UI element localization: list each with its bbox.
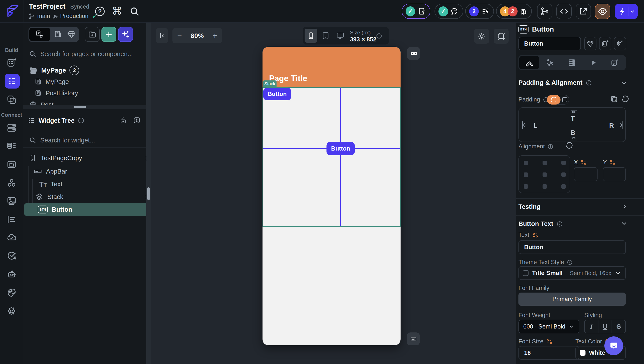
rail-item-data-types[interactable] xyxy=(6,140,17,151)
tab-test[interactable] xyxy=(583,56,604,69)
rail-item-settings[interactable] xyxy=(6,306,17,317)
padding-left-field[interactable]: L xyxy=(533,122,537,129)
tab-pages-selected[interactable] xyxy=(29,28,50,41)
stack-widget[interactable] xyxy=(262,87,400,227)
align-dot-mc[interactable] xyxy=(542,172,547,177)
padding-copy-button[interactable]: C xyxy=(610,95,618,103)
variable-icon-text[interactable] xyxy=(532,232,538,238)
padding-top-field[interactable]: T xyxy=(571,115,575,122)
align-dot-tc[interactable] xyxy=(542,161,547,165)
rail-item-ai-agents[interactable] xyxy=(6,269,17,280)
optimizations-button[interactable]: 2 xyxy=(465,4,494,19)
run-button[interactable] xyxy=(615,4,638,19)
flutterflow-logo[interactable] xyxy=(6,4,20,18)
rail-item-localization[interactable] xyxy=(6,214,17,224)
page-row-mypage[interactable]: MyPage xyxy=(34,78,69,86)
align-dot-tl[interactable] xyxy=(524,161,528,165)
environment-name[interactable]: Production xyxy=(60,13,88,20)
section-testing[interactable]: Testing xyxy=(518,203,540,210)
rail-item-storage[interactable] xyxy=(6,159,17,170)
tab-backend[interactable] xyxy=(562,56,582,69)
rail-item-widget-tree-selected[interactable] xyxy=(5,74,20,88)
padding-mode-separate[interactable] xyxy=(547,95,560,104)
align-dot-ml[interactable] xyxy=(524,172,528,177)
variable-icon-x[interactable] xyxy=(580,160,587,165)
tree-row-appbar[interactable]: AppBar xyxy=(34,167,67,176)
padding-bottom-field[interactable]: B xyxy=(570,129,576,136)
left-panel-scrollbar[interactable] xyxy=(146,22,151,364)
rail-item-database[interactable] xyxy=(6,122,17,133)
tree-row-testpagecopy[interactable]: TestPageCopy xyxy=(29,154,82,162)
rail-item-page-add[interactable] xyxy=(6,58,17,68)
rail-item-media[interactable] xyxy=(6,196,17,206)
expand-collapse-button[interactable] xyxy=(133,116,141,124)
ai-generate-button[interactable] xyxy=(118,27,133,42)
device-tablet[interactable] xyxy=(319,29,332,43)
issues-button[interactable]: 4 2 xyxy=(496,4,532,19)
alignment-grid[interactable] xyxy=(518,155,570,193)
rail-item-theme[interactable] xyxy=(6,288,17,298)
add-page-button[interactable] xyxy=(102,27,116,42)
align-dot-mr[interactable] xyxy=(562,172,566,177)
page-row-posthistory[interactable]: PostHistory xyxy=(34,89,78,97)
panel-resize-handle[interactable] xyxy=(23,105,151,109)
padding-right-field[interactable]: R xyxy=(609,122,614,129)
collapse-panel-button[interactable] xyxy=(156,28,168,44)
text-style-dropdown[interactable]: Title Small Semi Bold, 16px xyxy=(518,266,626,280)
folder-row-mypage[interactable]: MyPage 2 xyxy=(29,66,79,75)
rail-item-cloud[interactable] xyxy=(6,232,17,242)
font-weight-dropdown[interactable]: 600 - Semi Bold xyxy=(518,320,579,333)
chat-bubble-button[interactable] xyxy=(604,336,623,355)
add-folder-button[interactable] xyxy=(85,27,100,42)
project-title[interactable]: TestProject xyxy=(29,3,66,10)
rail-item-apis[interactable] xyxy=(6,178,17,188)
canvas-button-center[interactable]: Button xyxy=(326,142,355,155)
tree-row-button-selected[interactable]: BTN Button xyxy=(24,203,151,216)
font-family-button[interactable]: Primary Family xyxy=(518,292,626,306)
help-button[interactable]: ? xyxy=(94,6,106,17)
canvas-button-top[interactable]: Button xyxy=(264,88,291,100)
theme-widget-button[interactable] xyxy=(584,37,596,50)
underline-button[interactable]: U xyxy=(598,323,612,330)
padding-reset-button[interactable] xyxy=(621,95,629,103)
button-text-chevron[interactable] xyxy=(620,220,628,227)
branch-manager-button[interactable] xyxy=(537,4,552,19)
tab-page-copies[interactable] xyxy=(51,28,64,41)
tab-actions[interactable] xyxy=(540,56,561,69)
tree-row-stack[interactable]: Stack xyxy=(35,193,63,201)
zoom-in-button[interactable]: + xyxy=(212,31,217,40)
lock-widget-button[interactable] xyxy=(119,116,127,124)
alignment-reset-button[interactable] xyxy=(565,141,573,150)
theme-mode-button[interactable] xyxy=(474,29,489,44)
device-phone-selected[interactable] xyxy=(304,29,317,43)
preview-button[interactable] xyxy=(595,4,610,19)
navbar-toggle-button[interactable] xyxy=(407,332,420,345)
device-desktop[interactable] xyxy=(334,29,347,43)
align-x-input[interactable] xyxy=(574,167,598,181)
font-size-input[interactable]: 16 xyxy=(518,346,579,360)
button-text-input[interactable]: Button xyxy=(518,240,626,254)
align-dot-tr[interactable] xyxy=(562,161,566,165)
comments-button[interactable]: ✓ xyxy=(434,4,463,19)
variable-icon-size[interactable] xyxy=(546,339,553,344)
scrollbar-thumb[interactable] xyxy=(147,187,150,200)
align-dot-br[interactable] xyxy=(562,184,566,189)
canvas-settings-button[interactable] xyxy=(494,29,508,44)
variable-icon-y[interactable] xyxy=(609,160,616,165)
global-search-button[interactable] xyxy=(129,6,140,17)
tab-docs[interactable] xyxy=(604,56,625,69)
align-dot-bl[interactable] xyxy=(524,184,528,189)
size-value[interactable]: 393 × 852 xyxy=(350,36,376,43)
convert-to-component-button[interactable] xyxy=(614,37,626,50)
section-padding-chevron[interactable] xyxy=(620,79,628,86)
tab-design-selected[interactable] xyxy=(519,56,539,69)
pages-search[interactable]: Search for pages or componen... xyxy=(23,46,151,62)
shortcuts-button[interactable]: ⌘ xyxy=(112,5,122,17)
align-dot-bc[interactable] xyxy=(542,184,547,189)
padding-mode-all[interactable] xyxy=(562,97,567,102)
page-row-post[interactable]: Post xyxy=(29,100,54,105)
appbar-toggle-button[interactable] xyxy=(407,47,420,60)
review-status-button[interactable]: ✓ xyxy=(402,4,430,19)
phone-frame[interactable]: Page Title Stack Button Button xyxy=(262,47,400,345)
tab-theme-widgets[interactable] xyxy=(65,28,78,41)
